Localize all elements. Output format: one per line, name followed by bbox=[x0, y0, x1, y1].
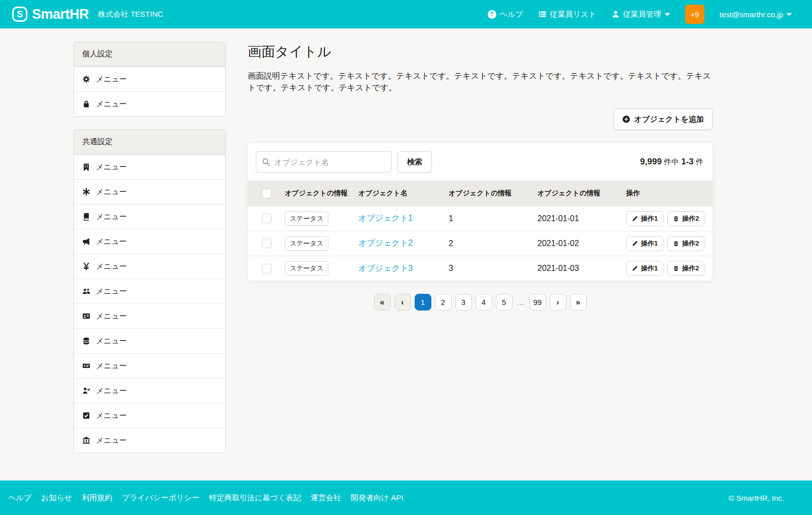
sidebar-item-announcement[interactable]: メニュー bbox=[74, 229, 225, 254]
add-object-button[interactable]: オブジェクトを追加 bbox=[614, 109, 713, 130]
status-badge: ステータス bbox=[285, 212, 328, 226]
bank-icon bbox=[82, 436, 90, 444]
object-info-cell: 2 bbox=[449, 231, 537, 256]
column-header: オブジェクトの情報 bbox=[449, 181, 537, 206]
sidebar: 個人設定 メニュー メニュー 共通設定 メニュー メニュー メニュー bbox=[74, 42, 226, 480]
object-link[interactable]: オブジェクト1 bbox=[358, 214, 413, 222]
sidebar-item-company[interactable]: メニュー bbox=[74, 154, 225, 179]
nav-employee-management-label: 従業員管理 bbox=[623, 10, 661, 19]
object-link[interactable]: オブジェクト2 bbox=[358, 238, 413, 247]
pagination-ellipsis: … bbox=[516, 298, 526, 306]
footer-link-company[interactable]: 運営会社 bbox=[311, 493, 341, 503]
help-circle-icon: ? bbox=[488, 10, 496, 19]
sidebar-section-personal: 個人設定 メニュー メニュー bbox=[74, 42, 226, 117]
sidebar-item-label: メニュー bbox=[96, 312, 127, 321]
footer-link-help[interactable]: ヘルプ bbox=[8, 493, 31, 503]
pagination-prev-button[interactable]: ‹ bbox=[394, 294, 411, 311]
nav-employee-list[interactable]: 従業員リスト bbox=[538, 10, 596, 19]
pagination-first-button[interactable]: « bbox=[374, 294, 391, 311]
table-row: ステータス オブジェクト3 3 2021-01-03 操作1操作2 bbox=[248, 256, 713, 281]
row-checkbox[interactable] bbox=[262, 238, 272, 248]
plus-circle-icon bbox=[622, 115, 630, 123]
footer-link-news[interactable]: お知らせ bbox=[41, 493, 72, 503]
pagination-page-1[interactable]: 1 bbox=[415, 294, 431, 311]
row-action2-button[interactable]: 操作2 bbox=[667, 211, 704, 226]
sidebar-section-title: 共通設定 bbox=[74, 130, 225, 154]
sidebar-item-settings[interactable]: メニュー bbox=[74, 66, 225, 91]
row-action2-label: 操作2 bbox=[682, 264, 699, 273]
sidebar-item-book[interactable]: メニュー bbox=[74, 204, 225, 229]
company-name: 株式会社 TESTINC bbox=[98, 10, 163, 19]
notification-badge[interactable]: +9 bbox=[685, 5, 704, 24]
chevron-down-icon bbox=[787, 13, 792, 16]
sidebar-item-bank[interactable]: メニュー bbox=[74, 428, 225, 453]
pagination-page-2[interactable]: 2 bbox=[435, 294, 452, 311]
add-object-button-label: オブジェクトを追加 bbox=[634, 115, 704, 124]
database-icon bbox=[82, 337, 90, 345]
row-action2-button[interactable]: 操作2 bbox=[667, 236, 704, 251]
sidebar-section-common: 共通設定 メニュー メニュー メニュー メニュー メニュー bbox=[74, 129, 226, 453]
trash-icon bbox=[673, 241, 679, 247]
sidebar-item-user-check[interactable]: メニュー bbox=[74, 378, 225, 403]
app-footer: ヘルプ お知らせ 利用規約 プライバシーポリシー 特定商取引法に基づく表記 運営… bbox=[0, 480, 812, 515]
row-checkbox[interactable] bbox=[262, 214, 272, 223]
row-action2-button[interactable]: 操作2 bbox=[667, 261, 704, 276]
sidebar-item-label: メニュー bbox=[96, 162, 127, 172]
smarthr-logo-icon: S bbox=[12, 7, 27, 22]
pagination-page-3[interactable]: 3 bbox=[455, 294, 472, 311]
footer-link-privacy[interactable]: プライバシーポリシー bbox=[122, 493, 199, 503]
sidebar-item-label: メニュー bbox=[96, 262, 127, 271]
sidebar-item-money-check[interactable]: メニュー bbox=[74, 353, 225, 378]
pagination-page-5[interactable]: 5 bbox=[496, 294, 513, 311]
account-menu[interactable]: test@smarthr.co.jp bbox=[720, 10, 792, 19]
footer-link-developer-api[interactable]: 開発者向け API bbox=[351, 493, 403, 503]
object-info-cell: 1 bbox=[449, 206, 537, 231]
gear-icon bbox=[82, 75, 90, 83]
sidebar-item-asterisk[interactable]: メニュー bbox=[74, 179, 225, 204]
smarthr-logo[interactable]: S SmartHR bbox=[12, 7, 89, 22]
megaphone-icon bbox=[82, 237, 90, 246]
footer-link-terms[interactable]: 利用規約 bbox=[82, 493, 112, 503]
result-count-suffix: 件 bbox=[696, 157, 703, 166]
row-action1-button[interactable]: 操作1 bbox=[626, 236, 663, 251]
sidebar-item-id-card[interactable]: メニュー bbox=[74, 303, 225, 328]
sidebar-item-check-square[interactable]: メニュー bbox=[74, 403, 225, 428]
select-all-checkbox[interactable] bbox=[262, 189, 272, 198]
row-action1-label: 操作1 bbox=[641, 214, 658, 223]
page-description: 画面説明テキストです。テキストです。テキストです。テキストです。テキストです。テ… bbox=[248, 70, 713, 93]
pagination-page-99[interactable]: 99 bbox=[529, 294, 546, 311]
nav-employee-list-label: 従業員リスト bbox=[550, 10, 596, 19]
nav-help-label: ヘルプ bbox=[500, 10, 523, 19]
smarthr-logo-text: SmartHR bbox=[32, 7, 89, 22]
row-checkbox[interactable] bbox=[262, 264, 272, 273]
search-box bbox=[256, 151, 392, 173]
copyright: © SmartHR, Inc. bbox=[729, 494, 784, 502]
column-header: オブジェクトの情報 bbox=[537, 181, 626, 206]
sidebar-item-label: メニュー bbox=[96, 411, 127, 421]
row-action1-button[interactable]: 操作1 bbox=[626, 211, 663, 226]
row-action1-button[interactable]: 操作1 bbox=[626, 261, 663, 276]
nav-help[interactable]: ? ヘルプ bbox=[488, 10, 523, 19]
column-header: オブジェクトの情報 bbox=[285, 181, 358, 206]
row-action1-label: 操作1 bbox=[641, 264, 658, 273]
footer-link-commercial-law[interactable]: 特定商取引法に基づく表記 bbox=[209, 493, 301, 503]
search-button[interactable]: 検索 bbox=[397, 151, 432, 173]
search-input[interactable] bbox=[256, 151, 392, 173]
pagination-next-button[interactable]: › bbox=[550, 294, 566, 311]
money-check-icon bbox=[82, 362, 90, 370]
pagination: « ‹ 1 2 3 4 5 … 99 › » bbox=[248, 294, 713, 311]
object-link[interactable]: オブジェクト3 bbox=[358, 264, 413, 272]
table-row: ステータス オブジェクト2 2 2021-01-02 操作1操作2 bbox=[248, 231, 713, 256]
sidebar-item-security[interactable]: メニュー bbox=[74, 91, 225, 116]
sidebar-item-members[interactable]: メニュー bbox=[74, 279, 225, 303]
pagination-last-button[interactable]: » bbox=[570, 294, 587, 311]
sidebar-item-database[interactable]: メニュー bbox=[74, 328, 225, 353]
sidebar-item-payroll[interactable]: メニュー bbox=[74, 254, 225, 279]
sidebar-item-label: メニュー bbox=[96, 336, 127, 346]
sidebar-item-label: メニュー bbox=[96, 287, 127, 296]
result-count: 9,999 件中 1-3 件 bbox=[640, 157, 704, 167]
header-nav: ? ヘルプ 従業員リスト 従業員管理 +9 test@smarthr.co.jp bbox=[488, 5, 792, 24]
nav-employee-management[interactable]: 従業員管理 bbox=[612, 10, 670, 19]
pagination-page-4[interactable]: 4 bbox=[476, 294, 492, 311]
row-action2-label: 操作2 bbox=[682, 214, 699, 223]
